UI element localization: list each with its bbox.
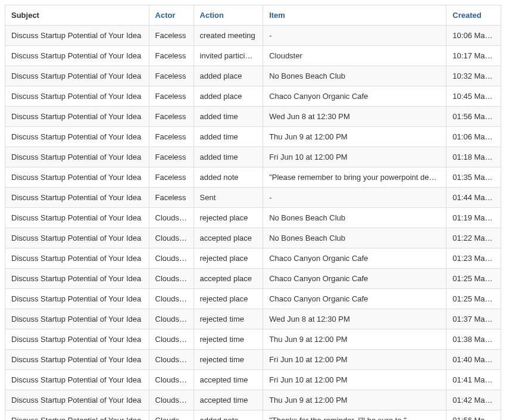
cell-item: No Bones Beach Club xyxy=(263,66,446,86)
cell-subject: Discuss Startup Potential of Your Idea xyxy=(5,350,149,370)
table-row: Discuss Startup Potential of Your IdeaCl… xyxy=(5,350,501,370)
table-row: Discuss Startup Potential of Your IdeaCl… xyxy=(5,370,501,390)
cell-action: rejected place xyxy=(193,289,263,309)
cell-item: No Bones Beach Club xyxy=(263,208,446,228)
cell-actor: Faceless xyxy=(149,127,193,147)
cell-action: added note xyxy=(193,410,263,421)
table-row: Discuss Startup Potential of Your IdeaFa… xyxy=(5,86,501,107)
cell-item: Fri Jun 10 at 12:00 PM xyxy=(263,370,446,390)
table-row: Discuss Startup Potential of Your IdeaFa… xyxy=(5,26,501,46)
cell-action: added time xyxy=(193,107,263,127)
cell-subject: Discuss Startup Potential of Your Idea xyxy=(5,127,149,147)
header-item[interactable]: Item xyxy=(263,5,446,26)
table-row: Discuss Startup Potential of Your IdeaCl… xyxy=(5,410,501,421)
cell-created: 01:06 May 29 xyxy=(446,127,501,147)
cell-action: rejected place xyxy=(193,248,263,269)
table-body: Discuss Startup Potential of Your IdeaFa… xyxy=(5,26,501,421)
table-row: Discuss Startup Potential of Your IdeaFa… xyxy=(5,127,501,147)
cell-created: 01:18 May 29 xyxy=(446,147,501,167)
cell-subject: Discuss Startup Potential of Your Idea xyxy=(5,390,149,410)
cell-item: Thu Jun 9 at 12:00 PM xyxy=(263,127,446,147)
cell-subject: Discuss Startup Potential of Your Idea xyxy=(5,167,149,188)
header-created[interactable]: Created xyxy=(446,5,501,26)
cell-actor: Faceless xyxy=(149,26,193,46)
header-actor[interactable]: Actor xyxy=(149,5,193,26)
cell-action: rejected time xyxy=(193,329,263,350)
cell-action: created meeting xyxy=(193,26,263,46)
cell-actor: Faceless xyxy=(149,66,193,86)
cell-item: Chaco Canyon Organic Cafe xyxy=(263,269,446,289)
cell-subject: Discuss Startup Potential of Your Idea xyxy=(5,188,149,208)
cell-item: "Thanks for the reminder. I'll be sure t… xyxy=(263,410,446,421)
cell-action: accepted time xyxy=(193,390,263,410)
table-header-row: Subject Actor Action Item Created xyxy=(5,5,501,26)
table-row: Discuss Startup Potential of Your IdeaCl… xyxy=(5,228,501,248)
cell-item: - xyxy=(263,188,446,208)
cell-item: Chaco Canyon Organic Cafe xyxy=(263,248,446,269)
cell-actor: Faceless xyxy=(149,188,193,208)
cell-actor: Cloudster xyxy=(149,370,193,390)
cell-actor: Faceless xyxy=(149,147,193,167)
cell-created: 10:17 May 29 xyxy=(446,46,501,66)
table-row: Discuss Startup Potential of Your IdeaCl… xyxy=(5,289,501,309)
cell-item: Thu Jun 9 at 12:00 PM xyxy=(263,390,446,410)
table-row: Discuss Startup Potential of Your IdeaCl… xyxy=(5,329,501,350)
cell-item: Cloudster xyxy=(263,46,446,66)
cell-subject: Discuss Startup Potential of Your Idea xyxy=(5,86,149,107)
cell-subject: Discuss Startup Potential of Your Idea xyxy=(5,46,149,66)
cell-item: Chaco Canyon Organic Cafe xyxy=(263,86,446,107)
cell-created: 01:56 May 29 xyxy=(446,107,501,127)
cell-subject: Discuss Startup Potential of Your Idea xyxy=(5,26,149,46)
cell-created: 01:25 May 29 xyxy=(446,289,501,309)
table-row: Discuss Startup Potential of Your IdeaFa… xyxy=(5,188,501,208)
cell-item: No Bones Beach Club xyxy=(263,228,446,248)
cell-item: Fri Jun 10 at 12:00 PM xyxy=(263,147,446,167)
cell-created: 01:42 May 29 xyxy=(446,390,501,410)
cell-actor: Faceless xyxy=(149,46,193,66)
cell-created: 10:06 May 29 xyxy=(446,26,501,46)
cell-actor: Cloudster xyxy=(149,208,193,228)
cell-actor: Faceless xyxy=(149,86,193,107)
cell-created: 10:45 May 29 xyxy=(446,86,501,107)
cell-action: rejected place xyxy=(193,208,263,228)
cell-subject: Discuss Startup Potential of Your Idea xyxy=(5,147,149,167)
cell-subject: Discuss Startup Potential of Your Idea xyxy=(5,107,149,127)
cell-created: 01:44 May 29 xyxy=(446,188,501,208)
table-row: Discuss Startup Potential of Your IdeaCl… xyxy=(5,269,501,289)
cell-subject: Discuss Startup Potential of Your Idea xyxy=(5,289,149,309)
cell-actor: Cloudster xyxy=(149,269,193,289)
cell-action: rejected time xyxy=(193,309,263,329)
cell-actor: Cloudster xyxy=(149,390,193,410)
activity-log-table: Subject Actor Action Item Created Discus… xyxy=(5,5,501,420)
cell-subject: Discuss Startup Potential of Your Idea xyxy=(5,66,149,86)
cell-action: rejected time xyxy=(193,350,263,370)
table-row: Discuss Startup Potential of Your IdeaFa… xyxy=(5,167,501,188)
header-subject: Subject xyxy=(5,5,149,26)
cell-item: Thu Jun 9 at 12:00 PM xyxy=(263,329,446,350)
cell-subject: Discuss Startup Potential of Your Idea xyxy=(5,228,149,248)
cell-subject: Discuss Startup Potential of Your Idea xyxy=(5,248,149,269)
header-action[interactable]: Action xyxy=(193,5,263,26)
cell-action: added note xyxy=(193,167,263,188)
cell-item: "Please remember to bring your powerpoin… xyxy=(263,167,446,188)
cell-subject: Discuss Startup Potential of Your Idea xyxy=(5,410,149,421)
cell-action: accepted place xyxy=(193,269,263,289)
cell-actor: Faceless xyxy=(149,107,193,127)
cell-action: added time xyxy=(193,147,263,167)
cell-actor: Faceless xyxy=(149,167,193,188)
cell-created: 01:22 May 29 xyxy=(446,228,501,248)
cell-actor: Cloudster xyxy=(149,350,193,370)
cell-actor: Cloudster xyxy=(149,410,193,421)
cell-actor: Cloudster xyxy=(149,309,193,329)
cell-item: - xyxy=(263,26,446,46)
cell-created: 10:32 May 29 xyxy=(446,66,501,86)
cell-created: 01:35 May 29 xyxy=(446,167,501,188)
cell-actor: Cloudster xyxy=(149,248,193,269)
cell-item: Fri Jun 10 at 12:00 PM xyxy=(263,350,446,370)
table-row: Discuss Startup Potential of Your IdeaFa… xyxy=(5,107,501,127)
cell-action: added time xyxy=(193,127,263,147)
cell-actor: Cloudster xyxy=(149,228,193,248)
cell-subject: Discuss Startup Potential of Your Idea xyxy=(5,208,149,228)
table-row: Discuss Startup Potential of Your IdeaCl… xyxy=(5,390,501,410)
table-row: Discuss Startup Potential of Your IdeaCl… xyxy=(5,309,501,329)
